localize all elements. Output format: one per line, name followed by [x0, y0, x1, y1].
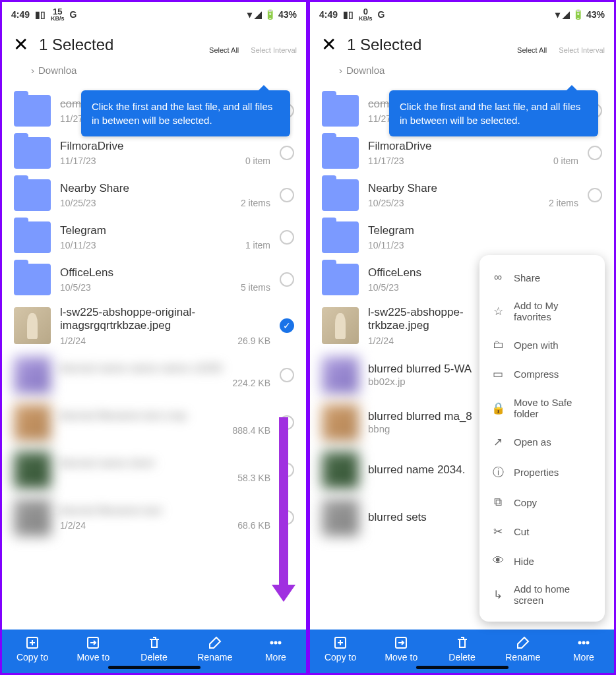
- folder-icon: [322, 95, 359, 127]
- folder-icon: [322, 137, 359, 169]
- popup-compress[interactable]: ▭Compress: [479, 359, 605, 389]
- select-all-button[interactable]: Select All: [209, 35, 239, 54]
- more-button[interactable]: More: [553, 630, 614, 673]
- file-row[interactable]: Nearby Share 10/25/232 items: [310, 174, 614, 216]
- popup-copy[interactable]: ⧉Copy: [479, 488, 605, 517]
- file-row[interactable]: blurred name name name x1026 224.2 KB: [2, 351, 306, 399]
- battery-pct: 43%: [278, 9, 297, 20]
- more-button[interactable]: More: [245, 630, 306, 673]
- copy-icon: ⧉: [491, 496, 505, 509]
- file-row[interactable]: FilmoraDrive 11/17/230 item: [310, 132, 614, 174]
- breadcrumb[interactable]: › Downloa: [2, 59, 306, 80]
- folder-icon: [14, 179, 51, 211]
- file-row[interactable]: blurred filename text crop 888.4 KB: [2, 399, 306, 446]
- battery-pct: 43%: [586, 9, 605, 20]
- selection-header: ✕ 1 Selected Select All Select Interval: [310, 27, 614, 59]
- google-icon: G: [378, 9, 385, 20]
- tooltip: Click the first and the last file, and a…: [389, 90, 598, 136]
- select-radio[interactable]: [280, 188, 294, 202]
- svg-point-2: [270, 642, 272, 644]
- popup-properties[interactable]: ⓘProperties: [479, 457, 605, 488]
- image-thumbnail: [14, 499, 51, 536]
- status-bar: 4:49 ▮▯ 0KB/s G ▾ ◢ 🔋 43%: [310, 2, 614, 27]
- copy-to-button[interactable]: Copy to: [310, 630, 371, 673]
- close-button[interactable]: ✕: [11, 34, 30, 55]
- svg-point-4: [278, 642, 280, 644]
- file-row[interactable]: Telegram 10/11/23: [310, 216, 614, 258]
- file-row[interactable]: blurred name short 58.3 KB: [2, 446, 306, 494]
- select-radio[interactable]: [280, 146, 294, 160]
- folder-icon: [14, 137, 51, 169]
- share-icon: ∞: [491, 271, 505, 284]
- star-icon: ☆: [491, 305, 505, 318]
- folder-icon: [14, 264, 51, 295]
- battery-icon: 🔋: [264, 9, 276, 20]
- info-icon: ⓘ: [491, 465, 505, 480]
- status-time: 4:49: [11, 9, 30, 20]
- image-thumbnail: [322, 307, 359, 344]
- select-radio[interactable]: [280, 368, 294, 382]
- image-thumbnail: [14, 357, 51, 394]
- svg-point-3: [274, 642, 276, 644]
- select-radio[interactable]: [280, 272, 294, 287]
- select-radio[interactable]: [588, 146, 602, 160]
- popup-open-with[interactable]: 🗀Open with: [479, 330, 605, 359]
- wifi-icon: ▾: [247, 9, 252, 20]
- copy-to-button[interactable]: Copy to: [2, 630, 63, 673]
- home-icon: [14, 63, 27, 76]
- image-thumbnail: [322, 404, 359, 441]
- external-icon: ↗: [491, 435, 505, 449]
- home-icon: [322, 63, 335, 76]
- compress-icon: ▭: [491, 367, 505, 381]
- folder-icon: [322, 179, 359, 211]
- select-radio[interactable]: ✓: [280, 318, 294, 333]
- popup-share[interactable]: ∞Share: [479, 263, 605, 292]
- popup-open-as[interactable]: ↗Open as: [479, 427, 605, 457]
- file-row[interactable]: blurred filename text 1/2/2468.6 KB: [2, 494, 306, 541]
- image-thumbnail: [322, 499, 359, 536]
- selection-title: 1 Selected: [39, 36, 200, 54]
- hide-icon: 👁: [491, 554, 505, 568]
- svg-point-7: [578, 642, 580, 644]
- wifi-icon: ▾: [555, 9, 560, 20]
- popup-add-home[interactable]: ↳Add to home screen: [479, 575, 605, 614]
- file-row[interactable]: Nearby Share 10/25/232 items: [2, 174, 306, 216]
- lock-icon: 🔒: [491, 401, 505, 415]
- breadcrumb[interactable]: › Downloa: [310, 59, 614, 80]
- popup-hide[interactable]: 👁Hide: [479, 546, 605, 575]
- file-row[interactable]: FilmoraDrive 11/17/230 item: [2, 132, 306, 174]
- image-thumbnail: [14, 452, 51, 488]
- phone-right: 4:49 ▮▯ 0KB/s G ▾ ◢ 🔋 43% ✕ 1 Selected S…: [308, 0, 616, 675]
- close-button[interactable]: ✕: [319, 34, 338, 55]
- image-thumbnail: [14, 404, 51, 441]
- select-interval-button[interactable]: Select Interval: [251, 35, 297, 54]
- breadcrumb-folder: Downloa: [346, 65, 385, 76]
- file-row[interactable]: Telegram 10/11/231 item: [2, 216, 306, 258]
- image-thumbnail: [322, 357, 359, 394]
- battery-icon: 🔋: [572, 9, 584, 20]
- popup-cut[interactable]: ✂Cut: [479, 517, 605, 546]
- select-interval-button[interactable]: Select Interval: [559, 35, 605, 54]
- select-all-button[interactable]: Select All: [517, 35, 547, 54]
- more-popup: ∞Share ☆Add to My favorites 🗀Open with ▭…: [479, 255, 605, 622]
- select-radio[interactable]: [280, 230, 294, 245]
- status-id-icon: ▮▯: [35, 9, 46, 20]
- file-row[interactable]: l-sw225-abshoppe-original-imagsrgqrtrkbz…: [2, 301, 306, 351]
- signal-icon: ◢: [563, 9, 570, 20]
- popup-favorites[interactable]: ☆Add to My favorites: [479, 292, 605, 330]
- popup-safe-folder[interactable]: 🔒Move to Safe folder: [479, 389, 605, 427]
- svg-point-8: [582, 642, 584, 644]
- selection-header: ✕ 1 Selected Select All Select Interval: [2, 27, 306, 59]
- status-id-icon: ▮▯: [343, 9, 354, 20]
- home-indicator: [108, 666, 200, 669]
- signal-icon: ◢: [255, 9, 262, 20]
- phone-left: 4:49 ▮▯ 15KB/s G ▾ ◢ 🔋 43% ✕ 1 Selected …: [0, 0, 308, 675]
- svg-point-9: [586, 642, 588, 644]
- file-row[interactable]: OfficeLens 10/5/235 items: [2, 258, 306, 301]
- status-time: 4:49: [319, 9, 338, 20]
- select-radio[interactable]: [588, 188, 602, 202]
- image-thumbnail: [14, 307, 51, 344]
- tooltip: Click the first and the last file, and a…: [81, 90, 290, 136]
- home-shortcut-icon: ↳: [491, 588, 505, 602]
- folder-icon: [322, 264, 359, 295]
